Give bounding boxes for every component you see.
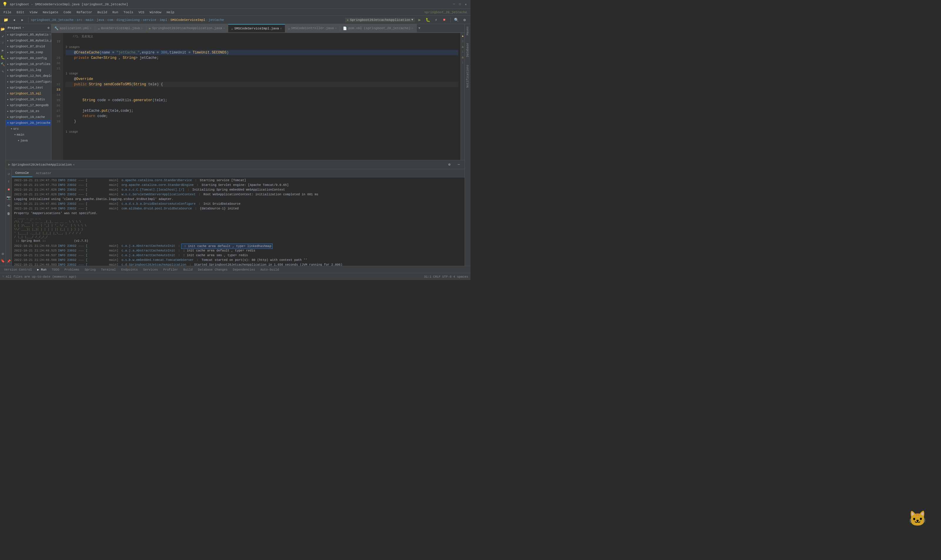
- tree-item-14[interactable]: ▸ springboot_14_test: [6, 85, 51, 91]
- tree-item-10[interactable]: ▸ springboot_10_profiles: [6, 61, 51, 67]
- bc-impl[interactable]: impl: [159, 18, 167, 22]
- tab-close[interactable]: ✕: [223, 26, 225, 30]
- camera-button[interactable]: 📷: [6, 194, 12, 201]
- tab-more-button[interactable]: ▼: [417, 24, 422, 32]
- build-tab[interactable]: Build: [181, 267, 195, 272]
- run-tab-bottom[interactable]: ▶ Run: [35, 267, 49, 272]
- tree-item-07[interactable]: ▸ springboot_07_druid: [6, 43, 51, 49]
- dependencies-tab[interactable]: Dependencies: [231, 267, 258, 272]
- tab-close[interactable]: ✕: [90, 26, 92, 30]
- project-view-button[interactable]: 📁: [2, 17, 9, 23]
- commit-icon[interactable]: ✔: [0, 34, 6, 39]
- tab-close[interactable]: ✕: [280, 27, 282, 30]
- build-icon[interactable]: 🔨: [0, 62, 6, 67]
- bc-com[interactable]: com: [107, 18, 113, 22]
- tab-close[interactable]: ✕: [412, 26, 414, 30]
- wrap-button[interactable]: ⟲: [6, 202, 12, 209]
- tab-bookservice[interactable]: ☕ BookServiceImpl.java ✕: [95, 24, 146, 32]
- tree-item-06[interactable]: ▸ springboot_06_mybatis_plus: [6, 38, 51, 43]
- menu-edit[interactable]: Edit: [14, 10, 26, 15]
- nav-back-button[interactable]: ◀: [11, 17, 18, 23]
- encoding[interactable]: UTF-8: [442, 275, 452, 278]
- tab-smscontroller[interactable]: ☕ SMSCodeController.java ✕: [285, 24, 340, 32]
- cursor-position[interactable]: 31:1: [424, 275, 431, 278]
- tab-close[interactable]: ✕: [141, 26, 143, 30]
- code-editor[interactable]: 77 29 30 31 32 33 34: [51, 33, 464, 160]
- project-icon[interactable]: 📂: [0, 26, 6, 32]
- stop-button[interactable]: ■: [441, 17, 448, 23]
- menu-refactor[interactable]: Refactor: [74, 10, 94, 15]
- run-tab-actuator[interactable]: Actuator: [32, 169, 55, 177]
- tree-item-16[interactable]: ▸ springboot_16_redis: [6, 97, 51, 102]
- tab-application-java[interactable]: ▶ Springboot20JetcacheApplication.java ✕: [146, 24, 228, 32]
- db-changes-tab[interactable]: Database Changes: [195, 267, 230, 272]
- menu-file[interactable]: File: [1, 10, 14, 15]
- menu-help[interactable]: Help: [165, 10, 177, 15]
- restart-button[interactable]: ↺: [6, 170, 12, 177]
- profile-button[interactable]: ⚡: [432, 17, 440, 23]
- clear-button[interactable]: 🗑: [6, 210, 12, 217]
- tree-item-15[interactable]: ▸ springboot_15_sql: [6, 91, 51, 97]
- indent[interactable]: 4 spaces: [454, 275, 468, 278]
- database-label[interactable]: Database: [466, 43, 469, 57]
- bc-main[interactable]: main: [86, 18, 93, 22]
- bc-jetcache[interactable]: jetCache: [209, 18, 224, 22]
- notifications-label[interactable]: Notifications: [466, 65, 469, 88]
- run-button[interactable]: ▶: [416, 17, 423, 23]
- tree-item-08[interactable]: ▸ springboot_08_ssmp: [6, 49, 51, 55]
- endpoints-tab[interactable]: Endpoints: [119, 267, 140, 272]
- tree-item-17[interactable]: ▸ springboot_17_mongodb: [6, 102, 51, 108]
- tree-item-src[interactable]: ▾ src: [6, 126, 51, 132]
- menu-build[interactable]: Build: [95, 10, 109, 15]
- run-config-selector[interactable]: ▶ Springboot20JetcacheApplication ▼: [345, 18, 415, 22]
- settings-button[interactable]: ⚙: [461, 17, 468, 23]
- tree-item-java[interactable]: ▾ java: [6, 138, 51, 143]
- maven-label[interactable]: Maven: [466, 26, 469, 35]
- tree-item-20[interactable]: ▾ springboot_20_jetcache: [6, 120, 51, 126]
- search-everywhere-button[interactable]: 🔍: [453, 17, 460, 23]
- line-ending[interactable]: CRLF: [433, 275, 441, 278]
- menu-vcs[interactable]: VCS: [136, 10, 147, 15]
- debug-side-icon[interactable]: 🐛: [0, 55, 6, 60]
- todo-tab[interactable]: TODO: [49, 267, 62, 272]
- tab-pom[interactable]: 📄 pom.xml (springboot_20_jetcache) ✕: [340, 24, 417, 32]
- menu-code[interactable]: Code: [61, 10, 74, 15]
- run-collapse-button[interactable]: ─: [455, 161, 462, 168]
- git-icon[interactable]: ⑂: [0, 41, 6, 46]
- profiler-tab[interactable]: Profiler: [161, 267, 180, 272]
- console-output[interactable]: 2022-10-21 21:24:47.753 INFO 23032 --- […: [12, 177, 464, 266]
- pin-button[interactable]: 📌: [6, 258, 12, 265]
- close-button[interactable]: ✕: [463, 2, 468, 7]
- tree-item-11[interactable]: ▸ springboot_11_log: [6, 67, 51, 73]
- auto-build-tab[interactable]: Auto-build: [258, 267, 281, 272]
- todo-icon[interactable]: ✎: [0, 69, 6, 74]
- bookmarks-icon[interactable]: 🔖: [0, 258, 6, 263]
- bc-dingjiaxiong[interactable]: dingjiaxiong: [117, 18, 140, 22]
- run-icon[interactable]: ▶: [0, 48, 6, 53]
- tab-smsservice[interactable]: ☕ SMSCodeServiceImpl.java ✕: [228, 24, 285, 32]
- bc-java[interactable]: java: [97, 18, 104, 22]
- tree-item-09[interactable]: ▸ springboot_09_config: [6, 55, 51, 61]
- maximize-button[interactable]: □: [458, 2, 462, 7]
- tree-item-12[interactable]: ▸ springboot_12_hot_deploy: [6, 73, 51, 79]
- menu-run[interactable]: Run: [110, 10, 121, 15]
- run-tab-console[interactable]: Console: [12, 169, 32, 177]
- tree-item-19[interactable]: ▸ springboot_19_cache: [6, 114, 51, 120]
- tree-item-05[interactable]: ▸ springboot_05_mybatis D:\DingJiaxiong\…: [6, 32, 51, 38]
- services-tab[interactable]: Services: [141, 267, 160, 272]
- code-content[interactable]: //1. 见名知义 2 usages @CreateCache(name = "…: [63, 33, 461, 160]
- bc-smsservice[interactable]: SMSCodeServiceImpl: [170, 18, 205, 22]
- terminal-tab[interactable]: Terminal: [99, 267, 118, 272]
- menu-window[interactable]: Window: [147, 10, 164, 15]
- tree-item-13[interactable]: ▸ springboot_13_configuration: [6, 79, 51, 85]
- menu-navigate[interactable]: Navigate: [40, 10, 61, 15]
- tree-item-main[interactable]: ▾ main: [6, 132, 51, 138]
- structure-icon[interactable]: ⊞: [0, 251, 6, 257]
- scroll-up-button[interactable]: ↑: [6, 178, 12, 185]
- minimize-button[interactable]: ─: [452, 2, 457, 7]
- nav-forward-button[interactable]: ▶: [19, 17, 26, 23]
- tab-application-yml[interactable]: 🔧 application.yml ✕: [51, 24, 95, 32]
- tree-item-18[interactable]: ▸ springboot_18_es: [6, 108, 51, 114]
- spring-tab[interactable]: Spring: [82, 267, 98, 272]
- version-control-tab[interactable]: Version Control: [2, 267, 34, 272]
